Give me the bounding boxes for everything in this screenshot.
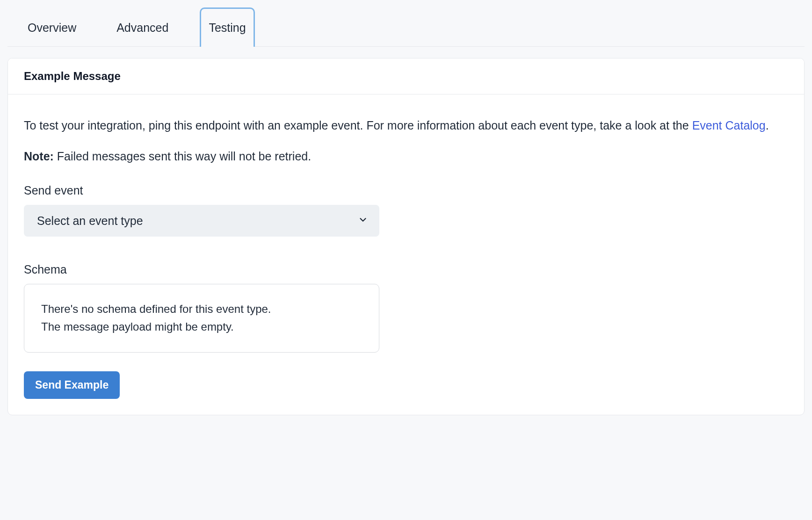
schema-label: Schema [24,263,788,276]
event-catalog-link[interactable]: Event Catalog [692,119,766,132]
tab-bar: Overview Advanced Testing [7,7,805,47]
note-label: Note: [24,150,54,163]
tab-advanced[interactable]: Advanced [108,7,177,47]
send-event-label: Send event [24,184,788,197]
description-suffix: . [766,119,769,132]
tab-testing[interactable]: Testing [200,7,254,47]
send-example-button[interactable]: Send Example [24,371,120,399]
schema-line-2: The message payload might be empty. [41,318,362,336]
description-text: To test your integration, ping this endp… [24,117,788,135]
event-type-select-wrap: Select an event type [24,205,379,237]
schema-line-1: There's no schema defined for this event… [41,300,362,318]
example-message-card: Example Message To test your integration… [7,58,805,415]
note-text: Note: Failed messages sent this way will… [24,148,788,166]
description-prefix: To test your integration, ping this endp… [24,119,692,132]
card-title: Example Message [8,58,804,94]
tab-overview[interactable]: Overview [19,7,85,47]
schema-box: There's no schema defined for this event… [24,284,379,353]
card-body: To test your integration, ping this endp… [8,94,804,415]
event-type-select[interactable]: Select an event type [24,205,379,237]
note-body: Failed messages sent this way will not b… [54,150,311,163]
